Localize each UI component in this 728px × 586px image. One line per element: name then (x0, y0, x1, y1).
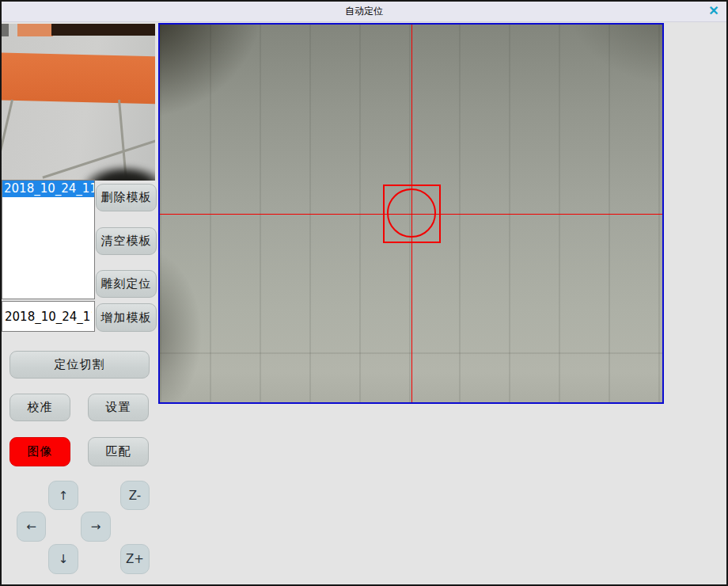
close-button[interactable]: ✕ (706, 3, 722, 19)
position-cut-button[interactable]: 定位切割 (9, 351, 150, 379)
delete-template-button[interactable]: 删除模板 (96, 184, 157, 211)
preview-orange-block (17, 24, 53, 36)
calibrate-button[interactable]: 校准 (9, 394, 70, 421)
preview-orange-beam (2, 52, 155, 104)
template-listbox[interactable]: 2018_10_24_11 (2, 180, 95, 299)
image-button[interactable]: 图像 (9, 437, 70, 466)
auto-position-window: 自动定位 ✕ 2018_10_24_11 删除模板 清空模板 雕刻定位 增加模板… (0, 0, 728, 586)
template-list-item[interactable]: 2018_10_24_11 (2, 181, 94, 197)
match-region-circle (387, 188, 436, 238)
titlebar: 自动定位 ✕ (2, 2, 726, 22)
arrow-down-icon: ↓ (59, 552, 69, 566)
jog-right-button[interactable]: → (81, 512, 111, 542)
jog-z-minus-label: Z- (129, 489, 141, 503)
preview-dark-band (51, 24, 155, 36)
arrow-right-icon: → (91, 519, 101, 534)
jog-z-plus-button[interactable]: Z+ (120, 544, 150, 574)
settings-button[interactable]: 设置 (88, 394, 149, 421)
window-title: 自动定位 (2, 2, 726, 21)
arrow-up-icon: ↑ (59, 489, 69, 503)
template-preview-image (2, 24, 155, 181)
engrave-position-button[interactable]: 雕刻定位 (96, 270, 157, 298)
arrow-left-icon: ← (26, 519, 36, 534)
add-template-button[interactable]: 增加模板 (96, 303, 157, 332)
preview-grout-line (2, 100, 13, 181)
jog-down-button[interactable]: ↓ (48, 544, 78, 574)
preview-dark-object (81, 165, 155, 181)
match-button[interactable]: 匹配 (88, 437, 149, 466)
close-icon: ✕ (708, 4, 719, 17)
jog-z-minus-button[interactable]: Z- (120, 481, 150, 510)
jog-up-button[interactable]: ↑ (48, 481, 78, 510)
camera-view[interactable] (158, 23, 664, 404)
preview-grey-corner (2, 24, 9, 36)
jog-z-plus-label: Z+ (126, 552, 144, 566)
jog-left-button[interactable]: ← (17, 512, 46, 542)
template-name-input[interactable] (2, 301, 95, 332)
clear-template-button[interactable]: 清空模板 (96, 227, 157, 255)
